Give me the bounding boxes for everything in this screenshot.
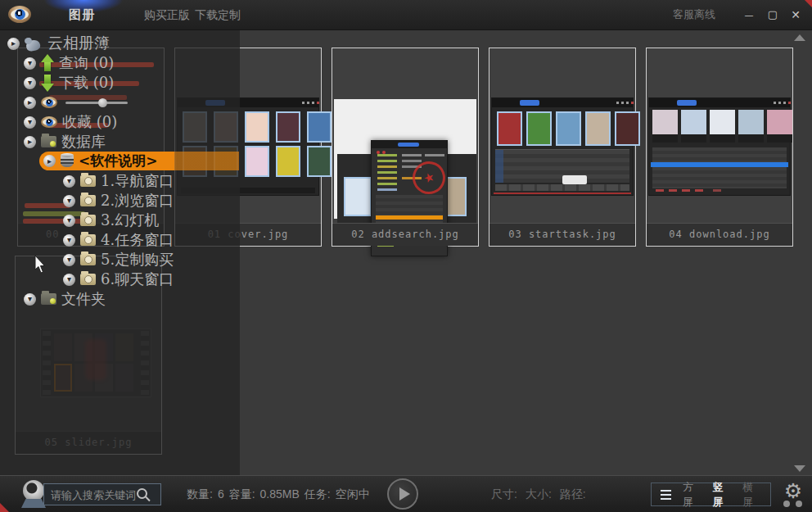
search-icon[interactable] (137, 488, 147, 499)
tree-item-label: 文件夹 (61, 289, 106, 309)
tree-item-browse-window[interactable]: 2.浏览窗口 (63, 191, 174, 211)
menu-buy-genuine[interactable]: 购买正版 (144, 0, 190, 29)
corner-marker (805, 0, 812, 7)
scroll-down-arrow[interactable] (794, 465, 805, 472)
tree-item-nav-window[interactable]: 1.导航窗口 (63, 171, 174, 191)
app-icon (25, 36, 43, 52)
tree-item-label: <软件说明> (79, 152, 158, 170)
tree-item-label: 1.导航窗口 (101, 171, 174, 191)
app-window: 图册 购买正版 下载定制 客服离线 00 01 cover.jpg (0, 0, 812, 512)
thumbnail-cell-02[interactable]: 02 addsearch.jpg (332, 48, 479, 247)
preview-status-text (656, 189, 664, 192)
preview-photo (344, 177, 372, 216)
slider-knob[interactable] (98, 98, 107, 107)
expander-icon[interactable] (24, 77, 36, 89)
expander-icon[interactable] (63, 234, 75, 247)
expander-icon[interactable] (24, 97, 36, 109)
tree-item-visibility-slider[interactable] (24, 93, 128, 112)
expander-icon[interactable] (24, 57, 36, 70)
thumbnail-caption: 03 starttask.jpg (489, 223, 635, 246)
preview-selected-row (376, 215, 443, 220)
service-status: 客服离线 (673, 0, 715, 29)
tree-item-slideshow[interactable]: 3.幻灯机 (63, 211, 159, 230)
tree-item-label: 3.幻灯机 (101, 211, 159, 230)
expander-icon[interactable] (24, 116, 36, 129)
expander-icon[interactable] (43, 155, 56, 167)
tree-item-folders[interactable]: 文件夹 (24, 289, 106, 309)
corner-artifact (0, 503, 9, 512)
preview-step-markers (377, 151, 380, 154)
expander-icon[interactable] (24, 136, 36, 148)
expander-icon[interactable] (7, 38, 20, 50)
tree-item-task-window[interactable]: 4.任务窗口 (63, 230, 174, 250)
thumbnail-preview (648, 97, 791, 196)
preview-dialog-titlebar (372, 141, 447, 148)
preview-dialog-list (376, 195, 443, 224)
play-icon (399, 487, 410, 501)
thumbnail-cell-03[interactable]: 03 starttask.jpg (489, 48, 636, 247)
folder-icon (80, 195, 96, 206)
tree-item-label: 收藏 (0) (62, 112, 117, 132)
thumbnail-cell-04[interactable]: 04 download.jpg (646, 48, 793, 247)
mouse-cursor (34, 256, 47, 274)
tree-item-label: 5.定制购买 (101, 250, 174, 270)
preview-tooltip (562, 175, 587, 184)
path-label: 路径: (560, 476, 586, 512)
preview-selected-row (651, 162, 788, 167)
tree-item-software-manual[interactable]: <软件说明> (39, 152, 239, 170)
preview-thumb-row (652, 110, 792, 143)
search-box[interactable] (43, 483, 161, 505)
expander-icon[interactable] (63, 274, 75, 286)
tree-item-label: 云相册簿 (47, 33, 110, 54)
search-input[interactable] (49, 485, 141, 505)
expander-icon[interactable] (63, 254, 75, 266)
settings-gear-icon[interactable] (778, 477, 809, 511)
tree-item-label: 2.浏览窗口 (101, 191, 174, 211)
tree-item-label: 下载 (0) (59, 73, 114, 93)
count-value: 6 (218, 476, 224, 512)
dimension-label: 尺寸: (491, 476, 517, 512)
tree-item-download[interactable]: 下载 (0) (24, 73, 114, 93)
tree-item-query[interactable]: 查询 (0) (24, 53, 114, 73)
thumbnail-preview (334, 99, 476, 219)
stats-text: 数量: 6 容量: 0.85MB 任务: 空闲中 (187, 476, 370, 512)
maximize-button[interactable] (765, 7, 781, 23)
tree-item-custom-buy[interactable]: 5.定制购买 (63, 250, 174, 270)
tree-item-label: 4.任务窗口 (101, 230, 174, 250)
tree-item-label: 6.聊天窗口 (101, 270, 174, 289)
menu-download-custom[interactable]: 下载定制 (195, 0, 241, 29)
scroll-up-arrow[interactable] (794, 34, 805, 41)
tab-albums[interactable]: 图册 (69, 0, 95, 29)
thumbnail-caption: 02 addsearch.jpg (332, 223, 478, 246)
tree-item-root[interactable]: 云相册簿 (7, 34, 110, 53)
preview-table (652, 147, 787, 188)
list-view-icon[interactable] (661, 490, 671, 492)
view-mode-landscape[interactable]: 横屏 (742, 480, 761, 510)
titlebar: 图册 购买正版 下载定制 客服离线 (0, 0, 812, 30)
red-stamp-icon (408, 156, 449, 198)
minimize-button[interactable] (741, 7, 757, 23)
capacity-value: 0.85MB (260, 476, 300, 512)
count-label: 数量: (187, 476, 213, 512)
eye-icon (41, 97, 57, 108)
tree-item-database[interactable]: 数据库 (24, 132, 106, 152)
preview-dialog-text (377, 154, 397, 156)
expander-icon[interactable] (24, 293, 36, 306)
view-mode-portrait[interactable]: 竖屏 (713, 480, 732, 510)
preview-titlebar (492, 98, 633, 107)
tree-item-chat-window[interactable]: 6.聊天窗口 (63, 270, 174, 289)
bottom-toolbar: 数量: 6 容量: 0.85MB 任务: 空闲中 尺寸: 大小: 路径: 方屏 … (0, 475, 812, 512)
file-info-text: 尺寸: 大小: 路径: (491, 476, 586, 512)
expander-icon[interactable] (63, 215, 75, 227)
expander-icon[interactable] (63, 195, 75, 207)
expander-icon[interactable] (63, 175, 75, 188)
close-button[interactable] (787, 7, 804, 23)
folder-icon (41, 136, 56, 147)
tree-item-favorites[interactable]: 收藏 (0) (24, 112, 117, 132)
view-mode-square[interactable]: 方屏 (683, 480, 701, 510)
arrow-down-icon (41, 74, 54, 92)
play-button[interactable] (387, 478, 418, 510)
folder-icon (41, 293, 56, 305)
task-value: 空闲中 (336, 476, 370, 512)
slider-track[interactable] (65, 102, 128, 104)
